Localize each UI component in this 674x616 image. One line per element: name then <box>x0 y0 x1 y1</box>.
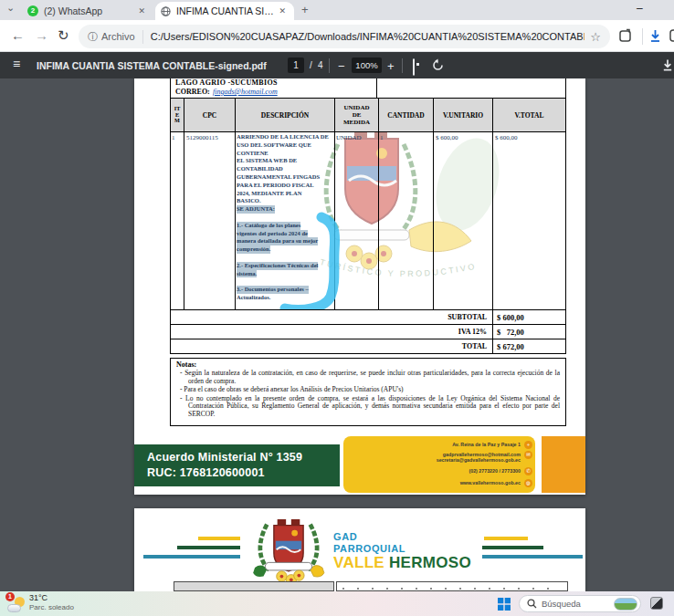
file-scheme-chip: Archivo <box>101 31 135 42</box>
totals-row: SUBTOTAL$ 600,00 <box>170 309 566 325</box>
back-icon[interactable]: ← <box>11 27 25 43</box>
tab-pdf[interactable]: INFIMA CUANTIA SISTEMA COI ✕ <box>155 2 294 20</box>
windows-start-button[interactable] <box>498 598 511 611</box>
download-icon[interactable] <box>648 29 662 43</box>
contact-line: secretaria@gadvallehermoso.gob.ec <box>437 457 521 463</box>
taskbar-app-icon[interactable] <box>650 597 663 610</box>
row-vtotal: $ 600,00 <box>495 134 518 141</box>
page2-table-cell <box>174 581 334 591</box>
cell-vtotal <box>492 131 566 310</box>
totals-value: $ 600,00 <box>492 310 565 324</box>
correo-label: CORREO: <box>175 88 210 96</box>
forward-icon[interactable]: → <box>35 27 48 43</box>
cell-vunitario <box>433 131 493 310</box>
weather-condition[interactable]: Parc. soleado <box>29 603 74 611</box>
tab-label: INFIMA CUANTIA SISTEMA COI <box>176 5 276 16</box>
pdf-menu-icon[interactable]: ≡ <box>13 57 20 71</box>
description-line: manera detallada para su mejor <box>237 237 318 245</box>
pdf-download-icon[interactable] <box>661 58 674 72</box>
description-line <box>237 214 334 222</box>
description-line: 3.- Documentos personales – <box>237 286 309 294</box>
pdf-page-1: TURÍSTICO Y PRODUCTIVO LAGO AGRIO -SUCUM… <box>134 78 585 495</box>
notas-box: Notas: - Según la naturaleza de la contr… <box>170 358 566 426</box>
side-panel-icon[interactable] <box>618 28 633 43</box>
zoom-level[interactable]: 100% <box>352 57 382 73</box>
info-icon[interactable]: ⓘ <box>88 30 98 44</box>
contact-line: Av. Reina de la Paz y Pasaje 1 <box>452 442 521 447</box>
deco-line <box>482 546 543 549</box>
entity-city-line: LAGO AGRIO -SUCUMBIOS <box>175 78 278 87</box>
screen: ⌄ 2 (2) WhatsApp ✕ INFIMA CUANTIA SISTEM… <box>0 0 674 616</box>
tab-whatsapp[interactable]: 2 (2) WhatsApp ✕ <box>22 2 153 20</box>
org-valle: VALLE <box>333 554 384 571</box>
cloud-icon <box>7 604 21 612</box>
pdf-document-title: INFIMA CUANTIA SISTEMA CONTABLE-signed.p… <box>37 60 267 71</box>
col-header-vunitario: V.UNITARIO <box>433 98 493 132</box>
notification-badge: 1 <box>5 592 15 601</box>
col-header-unidad: UNIDAD DE MEDIDA <box>334 98 379 132</box>
deco-line <box>143 555 240 559</box>
new-tab-button[interactable]: + <box>301 3 309 16</box>
description-line: 1.- Catálogo de los planes <box>237 222 300 230</box>
taskbar-search-box[interactable]: Búsqueda <box>519 595 641 612</box>
zoom-in-button[interactable]: + <box>387 59 395 73</box>
weather-temperature[interactable]: 31°C <box>29 593 47 602</box>
description-line: SE ADJUNTA: <box>237 205 275 214</box>
row-cantidad: 1 <box>380 134 384 141</box>
totals-row: IVA 12%$ 72,00 <box>170 324 566 339</box>
description-line: USO DEL SOFTWARE QUE <box>237 141 334 150</box>
pdf-page-2: GAD PARROQUIAL VALLE HERMOSO <box>134 508 585 591</box>
description-line: CONTIENE <box>237 150 334 158</box>
deco-line <box>198 537 240 540</box>
contact-line: www.vallehermoso.gob.ec <box>460 480 521 485</box>
pdf-viewer[interactable]: TURÍSTICO Y PRODUCTIVO LAGO AGRIO -SUCUM… <box>0 78 674 591</box>
search-highlight-thumbnail[interactable] <box>614 598 637 611</box>
globe-icon: ◍ <box>524 479 532 487</box>
bookmark-star-icon[interactable]: ☆ <box>590 30 601 44</box>
chip-divider <box>142 30 143 44</box>
org-valle-hermoso: VALLE HERMOSO <box>333 554 471 572</box>
globe-favicon <box>161 6 171 16</box>
contact-row: gadprvallehermoso@hotmail.comsecretaria@… <box>437 452 521 463</box>
search-placeholder: Búsqueda <box>542 599 614 609</box>
col-header-cpc: CPC <box>184 98 236 132</box>
zoom-out-button[interactable]: − <box>338 59 345 73</box>
totals-row: TOTAL$ 672,00 <box>170 339 566 354</box>
toolbar-divider <box>402 58 403 73</box>
toolbar-divider <box>329 58 330 73</box>
browser-address-bar: ← → ↻ ⓘ Archivo C:/Users/EDISON%20CUASAP… <box>0 20 674 52</box>
acuerdo-ministerial: Acuerdo Ministerial N° 1359 <box>147 450 340 465</box>
col-header-item: ITEM <box>170 98 184 132</box>
org-hermoso: HERMOSO <box>389 554 471 571</box>
tab-close-icon[interactable]: ✕ <box>135 6 148 16</box>
footer-green-band: Acuerdo Ministerial N° 1359 RUC: 1768120… <box>134 444 340 486</box>
notas-item: - Para el caso de obras se deberá anexar… <box>176 386 560 394</box>
description-line: PARA EL PERIODO FISCAL <box>237 182 334 190</box>
correo-link[interactable]: fingads@hotmail.com <box>213 88 278 96</box>
fit-page-icon[interactable] <box>413 58 415 76</box>
tab-close-icon[interactable]: ✕ <box>276 6 289 16</box>
footer-orange-band <box>542 436 585 493</box>
totals-block: SUBTOTAL$ 600,00IVA 12%$ 72,00TOTAL$ 672… <box>170 310 566 354</box>
contact-row: (02) 2773220 / 2773300 <box>469 468 521 474</box>
tab-search-chevron-icon[interactable]: ⌄ <box>6 2 15 14</box>
deco-line <box>177 546 240 549</box>
omnibox[interactable]: ⓘ Archivo C:/Users/EDISON%20CUASAPAZ/Dow… <box>79 25 610 48</box>
description-cell: ARRIENDO DE LA LICENCIA DEUSO DEL SOFTWA… <box>237 133 334 302</box>
page2-table-cell <box>336 581 568 591</box>
location-icon: ⌖ <box>524 441 532 449</box>
description-line <box>237 254 334 262</box>
org-gad: GAD <box>333 531 357 542</box>
address-url[interactable]: C:/Users/EDISON%20CUASAPAZ/Downloads/INF… <box>151 31 585 42</box>
browser-tab-strip: ⌄ 2 (2) WhatsApp ✕ INFIMA CUANTIA SISTEM… <box>0 0 674 20</box>
row-unidad: UNIDAD <box>336 134 362 141</box>
page-number-input[interactable]: 1 <box>288 57 304 73</box>
weather-widget[interactable]: 1 <box>7 595 26 613</box>
reload-icon[interactable]: ↻ <box>58 27 69 44</box>
window-minimize-button[interactable]: – <box>637 2 643 15</box>
contact-row: Av. Reina de la Paz y Pasaje 1 <box>452 442 521 447</box>
org-parroquial: PARROQUIAL <box>333 543 405 554</box>
rotate-icon[interactable] <box>431 58 445 72</box>
totals-label: TOTAL <box>171 342 492 350</box>
profile-icon[interactable] <box>669 28 674 43</box>
